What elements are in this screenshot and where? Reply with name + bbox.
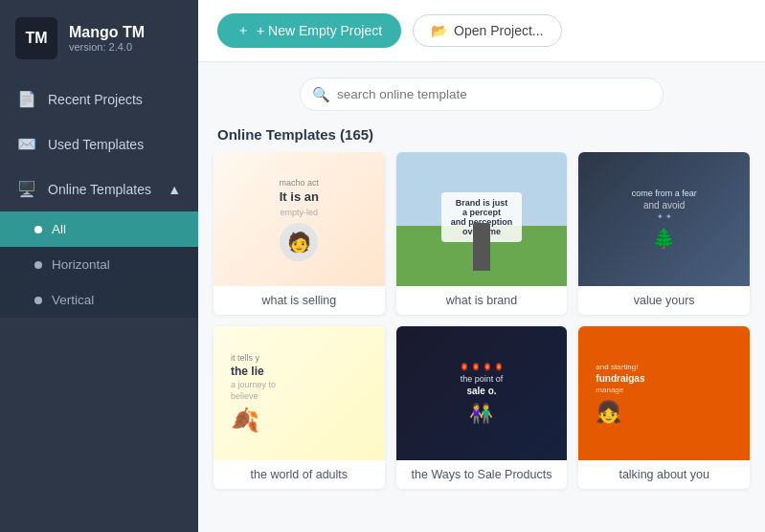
sidebar-item-used-templates[interactable]: ✉️ Used Templates bbox=[0, 122, 198, 166]
app-version: version: 2.4.0 bbox=[69, 41, 145, 53]
active-dot bbox=[34, 226, 42, 233]
horizontal-dot bbox=[34, 261, 42, 269]
section-header: Online Templates (165) bbox=[198, 121, 765, 152]
template-label-t4: the world of adults bbox=[214, 460, 385, 489]
template-card-t5[interactable]: 🏮 🏮 🏮 🏮 the point of sale o. 👫 the Ways … bbox=[396, 326, 568, 489]
app-logo: TM bbox=[15, 17, 57, 59]
template-label-t3: value yours bbox=[578, 286, 750, 315]
open-project-label: Open Project... bbox=[454, 23, 543, 38]
sub-nav-all-label: All bbox=[52, 222, 66, 236]
used-templates-icon: ✉️ bbox=[17, 135, 36, 153]
template-label-t2: what is brand bbox=[396, 286, 568, 315]
template-card-t2[interactable]: Brand is justa perceptand perceptionover… bbox=[396, 152, 568, 315]
search-wrapper: 🔍 bbox=[300, 78, 664, 111]
template-label-t5: the Ways to Sale Products bbox=[396, 460, 568, 489]
templates-grid: macho act It is an empty-led 🧑 what is s… bbox=[198, 152, 765, 532]
template-thumb-t3: come from a fear and avoid ✦ ✦ 🌲 bbox=[578, 152, 750, 286]
online-templates-label: Online Templates bbox=[48, 182, 151, 197]
template-card-t6[interactable]: and starting! fundraigas manage 👧 talkin… bbox=[578, 326, 750, 489]
sub-nav-vertical[interactable]: Vertical bbox=[0, 282, 198, 318]
chevron-up-icon: ▲ bbox=[168, 182, 181, 197]
sidebar-item-online-templates[interactable]: 🖥️ Online Templates ▲ bbox=[0, 166, 198, 211]
search-area: 🔍 bbox=[198, 62, 765, 121]
sub-nav-horizontal[interactable]: Horizontal bbox=[0, 247, 198, 282]
toolbar: ＋ + New Empty Project 📂 Open Project... bbox=[198, 0, 765, 62]
main-content: ＋ + New Empty Project 📂 Open Project... … bbox=[198, 0, 765, 532]
template-thumb-t6: and starting! fundraigas manage 👧 bbox=[578, 326, 750, 460]
recent-projects-icon: 📄 bbox=[17, 90, 36, 108]
template-label-t1: what is selling bbox=[214, 286, 385, 315]
section-title: Online Templates (165) bbox=[217, 126, 373, 143]
plus-icon: ＋ bbox=[236, 22, 250, 39]
sidebar-item-recent-projects[interactable]: 📄 Recent Projects bbox=[0, 77, 198, 122]
open-project-button[interactable]: 📂 Open Project... bbox=[413, 14, 561, 47]
new-project-label: + New Empty Project bbox=[257, 23, 382, 38]
template-card-t1[interactable]: macho act It is an empty-led 🧑 what is s… bbox=[214, 152, 385, 315]
template-thumb-t1: macho act It is an empty-led 🧑 bbox=[214, 152, 385, 286]
sub-nav: All Horizontal Vertical bbox=[0, 211, 198, 318]
recent-projects-label: Recent Projects bbox=[48, 92, 143, 107]
new-empty-project-button[interactable]: ＋ + New Empty Project bbox=[217, 13, 401, 48]
sub-nav-all[interactable]: All bbox=[0, 211, 198, 247]
logo-area: TM Mango TM version: 2.4.0 bbox=[0, 0, 198, 77]
search-input[interactable] bbox=[300, 78, 664, 111]
sub-nav-horizontal-label: Horizontal bbox=[52, 257, 110, 272]
vertical-dot bbox=[34, 297, 42, 304]
template-label-t6: talking about you bbox=[578, 460, 750, 489]
folder-icon: 📂 bbox=[431, 23, 447, 38]
template-thumb-t2: Brand is justa perceptand perceptionover… bbox=[396, 152, 568, 286]
used-templates-label: Used Templates bbox=[48, 137, 144, 152]
sub-nav-vertical-label: Vertical bbox=[52, 293, 94, 307]
search-icon: 🔍 bbox=[312, 86, 330, 103]
template-thumb-t4: it tells y the lie a journey to believe … bbox=[214, 326, 385, 460]
template-card-t3[interactable]: come from a fear and avoid ✦ ✦ 🌲 value y… bbox=[578, 152, 750, 315]
online-templates-icon: 🖥️ bbox=[17, 180, 36, 198]
template-card-t4[interactable]: it tells y the lie a journey to believe … bbox=[214, 326, 385, 489]
sidebar: TM Mango TM version: 2.4.0 📄 Recent Proj… bbox=[0, 0, 198, 532]
app-name: Mango TM bbox=[69, 24, 145, 41]
template-thumb-t5: 🏮 🏮 🏮 🏮 the point of sale o. 👫 bbox=[396, 326, 568, 460]
